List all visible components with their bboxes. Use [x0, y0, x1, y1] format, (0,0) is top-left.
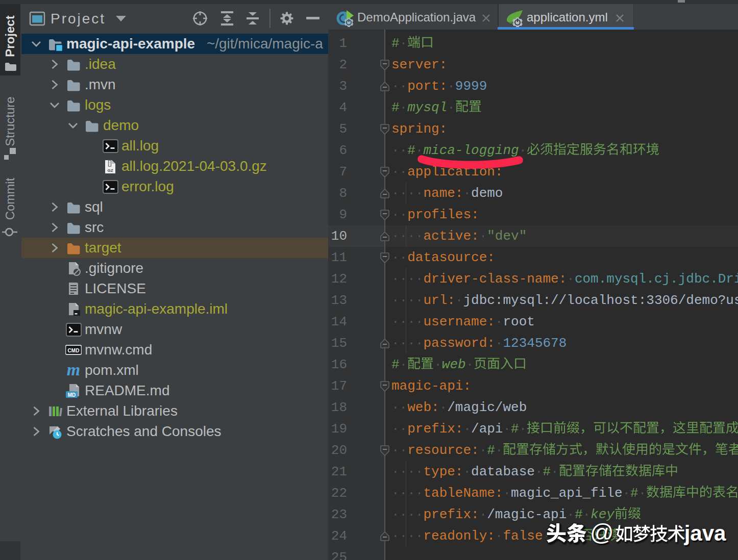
svg-text:GZ: GZ: [107, 168, 113, 173]
svg-text:CMD: CMD: [68, 348, 80, 353]
svg-text:m: m: [67, 362, 80, 378]
svg-text:MD: MD: [68, 392, 76, 398]
